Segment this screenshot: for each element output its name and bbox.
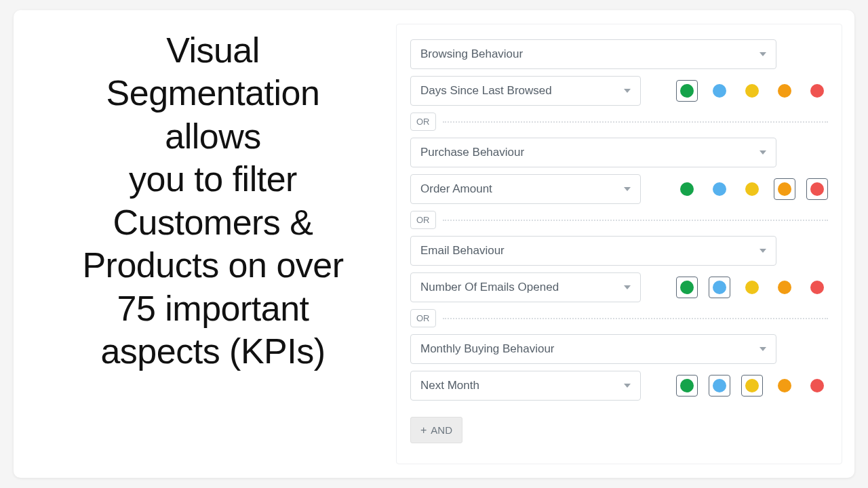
dot-blue-fill [713,281,726,294]
color-picker [676,375,828,396]
dot-red-fill [810,84,824,98]
category-select[interactable]: Email Behaviour [410,236,776,266]
category-select[interactable]: Purchase Behaviour [410,138,776,167]
dot-red-fill [810,182,824,196]
or-separator: OR [410,113,828,131]
headline-line: Products on over [82,244,343,287]
dot-green[interactable] [676,178,698,200]
dot-green-fill [680,84,694,98]
dot-red[interactable] [806,80,828,102]
metric-select-label: Next Month [420,379,479,392]
card: VisualSegmentationallowsyou to filterCus… [14,10,854,478]
chevron-down-icon [624,285,631,289]
dot-orange-fill [778,84,791,98]
dot-orange[interactable] [774,178,795,200]
headline-line: allows [82,115,343,158]
add-and-button[interactable]: + AND [410,417,462,443]
dashed-line [443,220,829,221]
dot-orange-fill [778,182,791,196]
chevron-down-icon [624,89,631,93]
dot-orange[interactable] [774,277,795,298]
dot-orange[interactable] [774,80,795,102]
plus-icon: + [420,425,427,436]
dashed-line [443,318,829,319]
dot-yellow-fill [745,182,759,196]
dot-blue[interactable] [709,375,730,396]
filter-block: Monthly Buying Behaviour Next Month [410,334,828,401]
chevron-down-icon [760,347,766,351]
or-separator: OR [410,211,828,229]
dot-yellow[interactable] [741,375,763,396]
category-select-label: Email Behaviour [420,244,505,258]
metric-select[interactable]: Next Month [410,371,641,401]
category-select[interactable]: Monthly Buying Behaviour [410,334,776,364]
dot-yellow[interactable] [741,80,763,102]
dot-yellow-fill [745,84,759,98]
headline: VisualSegmentationallowsyou to filterCus… [82,24,343,373]
metric-select-label: Number Of Emails Opened [420,281,559,294]
headline-line: Visual [82,29,343,72]
dot-red[interactable] [806,375,828,396]
or-separator: OR [410,309,828,327]
chevron-down-icon [760,150,766,155]
chevron-down-icon [760,52,766,56]
dot-blue[interactable] [709,277,730,298]
metric-select[interactable]: Order Amount [410,174,641,204]
filter-block: Email Behaviour Number Of Emails Opened … [410,236,828,327]
dot-green-fill [680,379,694,392]
metric-select[interactable]: Number Of Emails Opened [410,272,641,302]
metric-row: Next Month [410,371,828,401]
chevron-down-icon [760,249,766,253]
dot-red-fill [810,281,824,294]
metric-row: Order Amount [410,174,828,204]
dot-orange[interactable] [774,375,795,396]
metric-select-label: Order Amount [420,182,492,196]
dot-green-fill [680,281,694,294]
color-picker [676,178,828,200]
category-select[interactable]: Browsing Behaviour [410,39,776,69]
category-select-label: Purchase Behaviour [420,146,524,159]
metric-row: Number Of Emails Opened [410,272,828,302]
color-picker [676,80,828,102]
metric-select[interactable]: Days Since Last Browsed [410,76,641,106]
dot-yellow-fill [745,379,759,392]
chevron-down-icon [624,187,631,191]
color-picker [676,277,828,298]
copy-panel: VisualSegmentationallowsyou to filterCus… [30,24,396,464]
or-badge: OR [410,113,436,131]
headline-line: you to filter [82,158,343,201]
filter-block: Browsing Behaviour Days Since Last Brows… [410,39,828,131]
dot-red-fill [810,379,824,392]
dot-blue[interactable] [709,80,730,102]
dot-orange-fill [778,281,791,294]
headline-line: aspects (KPIs) [82,330,343,373]
dot-yellow[interactable] [741,178,763,200]
headline-line: Customers & [82,201,343,244]
dashed-line [443,121,829,123]
dot-blue-fill [713,379,726,392]
or-badge: OR [410,211,436,229]
metric-select-label: Days Since Last Browsed [420,84,552,98]
category-select-label: Monthly Buying Behaviour [420,342,555,356]
dot-green[interactable] [676,277,698,298]
filter-block: Purchase Behaviour Order Amount OR [410,138,828,229]
metric-row: Days Since Last Browsed [410,76,828,106]
dot-yellow-fill [745,281,759,294]
or-badge: OR [410,309,436,327]
headline-line: 75 important [82,287,343,330]
dot-red[interactable] [806,277,828,298]
dot-orange-fill [778,379,791,392]
dot-green[interactable] [676,80,698,102]
dot-yellow[interactable] [741,277,763,298]
chevron-down-icon [624,384,631,388]
category-select-label: Browsing Behaviour [420,47,523,61]
segmentation-builder: Browsing Behaviour Days Since Last Brows… [396,24,842,464]
headline-line: Segmentation [82,72,343,115]
dot-blue-fill [713,182,726,196]
dot-green-fill [680,182,694,196]
and-label: AND [431,424,452,436]
dot-green[interactable] [676,375,698,396]
dot-red[interactable] [806,178,828,200]
dot-blue-fill [713,84,726,98]
dot-blue[interactable] [709,178,730,200]
